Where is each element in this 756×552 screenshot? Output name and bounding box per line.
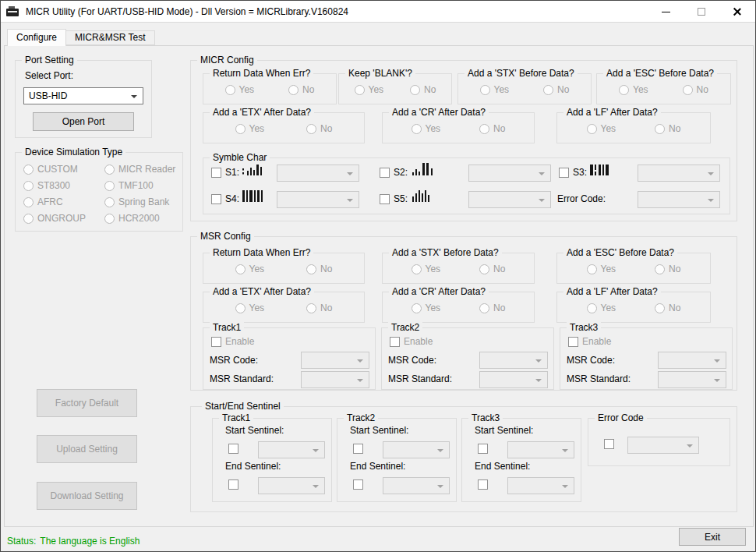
- upload-setting-button[interactable]: Upload Setting: [37, 435, 137, 463]
- track3-end-sentinel-combo[interactable]: [507, 477, 574, 494]
- micr-symbol-s3-icon: [590, 161, 613, 177]
- track2-end-sentinel-combo[interactable]: [383, 477, 450, 494]
- track2-enable-checkbox[interactable]: Enable: [390, 336, 433, 347]
- micr-stx-no[interactable]: No: [543, 84, 569, 95]
- radio-circle: [412, 303, 422, 313]
- track3-start-sentinel-combo[interactable]: [507, 441, 574, 458]
- port-select-combo[interactable]: USB-HID: [23, 87, 143, 104]
- radio-circle: [23, 165, 34, 175]
- radio-afrc[interactable]: AFRC: [23, 196, 63, 207]
- msr-esc-no[interactable]: No: [655, 264, 680, 274]
- msr-lf-no[interactable]: No: [655, 303, 680, 313]
- msr-stx-no[interactable]: No: [479, 264, 505, 274]
- radio-custom[interactable]: CUSTOM: [23, 164, 78, 175]
- s1-checkbox[interactable]: [211, 168, 221, 178]
- micr-keep-blank-yes[interactable]: Yes: [355, 84, 384, 95]
- radio-hcr2000[interactable]: HCR2000: [104, 213, 160, 224]
- track3-msr-code-combo[interactable]: [658, 352, 726, 369]
- s2-checkbox[interactable]: [380, 168, 390, 178]
- s3-checkbox[interactable]: [559, 168, 569, 178]
- radio-group: Yes No: [203, 123, 364, 134]
- radio-group: Yes No: [383, 123, 534, 134]
- radio-circle: [306, 264, 316, 274]
- micr-esc-no[interactable]: No: [683, 84, 708, 95]
- s1-combo[interactable]: [277, 165, 359, 182]
- s5-combo[interactable]: [468, 191, 551, 208]
- msr-track3-title: Track3: [567, 322, 601, 333]
- s3-combo[interactable]: [638, 165, 720, 182]
- msr-cr-yes[interactable]: Yes: [412, 303, 441, 313]
- tab-micr-msr-test[interactable]: MICR&MSR Test: [65, 30, 154, 45]
- micr-cr-yes[interactable]: Yes: [412, 123, 441, 134]
- msr-etx-yes[interactable]: Yes: [235, 303, 265, 313]
- s4-checkbox[interactable]: [211, 194, 221, 204]
- track3-enable-checkbox[interactable]: Enable: [568, 336, 611, 347]
- track2-enable-label: Enable: [404, 336, 433, 347]
- no-label: No: [697, 84, 708, 95]
- close-button[interactable]: [719, 1, 755, 23]
- open-port-button[interactable]: Open Port: [33, 112, 134, 131]
- radio-ongroup[interactable]: ONGROUP: [23, 213, 86, 224]
- track1-msr-code-combo[interactable]: [301, 352, 369, 369]
- maximize-button[interactable]: [684, 1, 719, 23]
- radio-circle: [235, 264, 246, 274]
- msr-stx-yes[interactable]: Yes: [412, 264, 441, 274]
- download-setting-button[interactable]: Download Setting: [37, 482, 137, 510]
- track2-start-sentinel-combo[interactable]: [383, 441, 450, 458]
- micr-return-err-no[interactable]: No: [288, 84, 314, 95]
- msr-return-err-yes[interactable]: Yes: [235, 264, 265, 274]
- track1-start-sentinel-checkbox[interactable]: [228, 444, 238, 454]
- s4-combo[interactable]: [277, 191, 359, 208]
- s5-checkbox[interactable]: [380, 194, 390, 204]
- sentinel-error-code-title: Error Code: [595, 412, 647, 423]
- factory-default-button[interactable]: Factory Default: [37, 389, 137, 417]
- micr-lf-yes[interactable]: Yes: [587, 123, 616, 134]
- micr-lf-no[interactable]: No: [655, 123, 680, 134]
- track1-start-sentinel-combo[interactable]: [258, 441, 325, 458]
- tab-configure[interactable]: Configure: [7, 29, 66, 46]
- micr-keep-blank-no[interactable]: No: [410, 84, 436, 95]
- radio-circle: [23, 214, 34, 224]
- micr-error-code-combo[interactable]: [638, 191, 720, 208]
- track2-msr-standard-combo[interactable]: [479, 371, 548, 388]
- radio-hcr2000-label: HCR2000: [118, 213, 160, 224]
- micr-return-err-yes[interactable]: Yes: [225, 84, 255, 95]
- micr-cr-no[interactable]: No: [479, 123, 505, 134]
- track3-end-sentinel-checkbox[interactable]: [478, 479, 488, 490]
- msr-etx-no[interactable]: No: [306, 303, 332, 313]
- no-label: No: [557, 84, 569, 95]
- s2-combo[interactable]: [468, 165, 551, 182]
- micr-etx-yes[interactable]: Yes: [235, 123, 265, 134]
- track2-start-sentinel-checkbox[interactable]: [353, 444, 363, 454]
- track1-end-sentinel-combo[interactable]: [258, 477, 325, 494]
- titlebar[interactable]: MICR Utility (For UART/USB-HID Mode) - D…: [1, 1, 755, 23]
- micr-etx-no[interactable]: No: [306, 123, 332, 134]
- track1-msr-standard-combo[interactable]: [301, 371, 369, 388]
- radio-st8300[interactable]: ST8300: [23, 180, 70, 191]
- radio-micr-reader[interactable]: MICR Reader: [104, 164, 175, 175]
- s1-label: S1:: [225, 167, 239, 178]
- track3-msr-standard-combo[interactable]: [658, 371, 726, 388]
- exit-button[interactable]: Exit: [679, 528, 746, 546]
- yes-label: Yes: [426, 264, 441, 274]
- micr-esc-yes[interactable]: Yes: [619, 84, 648, 95]
- radio-tmf100[interactable]: TMF100: [104, 180, 154, 191]
- msr-return-err-box: Return Data When Err? Yes No: [203, 253, 365, 284]
- sentinel-error-code-checkbox[interactable]: [604, 439, 614, 449]
- micr-stx-yes[interactable]: Yes: [480, 84, 510, 95]
- sentinel-error-code-combo[interactable]: [627, 437, 699, 454]
- radio-spring-bank[interactable]: Spring Bank: [104, 196, 169, 207]
- track1-enable-checkbox[interactable]: Enable: [211, 336, 254, 347]
- port-select-value: USB-HID: [24, 88, 143, 104]
- track2-msr-code-combo[interactable]: [479, 352, 548, 369]
- radio-circle: [683, 85, 693, 95]
- track3-start-sentinel-checkbox[interactable]: [478, 444, 488, 454]
- msr-esc-yes[interactable]: Yes: [587, 264, 616, 274]
- track2-end-sentinel-checkbox[interactable]: [353, 479, 363, 490]
- track1-end-sentinel-checkbox[interactable]: [228, 479, 238, 490]
- minimize-button[interactable]: [648, 1, 684, 23]
- msr-cr-no[interactable]: No: [479, 303, 505, 313]
- msr-lf-yes[interactable]: Yes: [587, 303, 616, 313]
- msr-return-err-no[interactable]: No: [306, 264, 332, 274]
- yes-label: Yes: [494, 84, 510, 95]
